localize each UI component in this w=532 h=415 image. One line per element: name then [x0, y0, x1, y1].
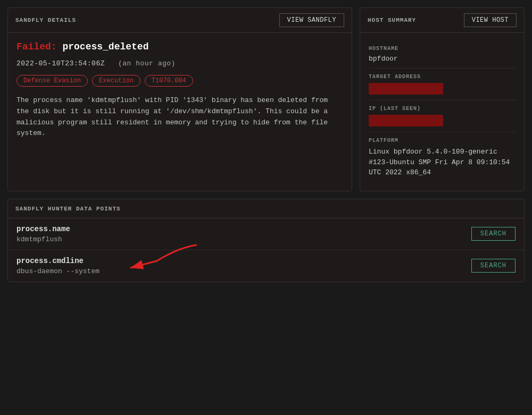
hostname-value: bpfdoor — [369, 55, 516, 63]
top-section: SANDFLY DETAILS VIEW SANDFLY Failed: pro… — [0, 0, 532, 199]
platform-field: PLATFORM Linux bpfdoor 5.4.0-109-generic… — [369, 132, 516, 183]
tag-defense-evasion: Defense Evasion — [16, 75, 88, 87]
data-point-value-process-name: kdmtmpflush — [16, 235, 70, 243]
hostname-field: HOSTNAME bpfdoor — [369, 40, 516, 69]
main-container: SANDFLY DETAILS VIEW SANDFLY Failed: pro… — [0, 0, 532, 290]
search-button-process-cmdline[interactable]: SEARCH — [471, 259, 516, 273]
bottom-section: SANDFLY HUNTER DATA POINTS process.name … — [0, 199, 532, 290]
tags-row: Defense Evasion Execution T1070.004 — [16, 75, 343, 87]
target-address-redacted — [369, 83, 443, 95]
data-points-header: SANDFLY HUNTER DATA POINTS — [8, 199, 524, 218]
timestamp: 2022-05-10T23:54:06Z (an hour ago) — [16, 60, 343, 67]
timestamp-ago: (an hour ago) — [118, 60, 176, 67]
failed-label: Failed: — [16, 41, 57, 52]
target-address-field: TARGET ADDRESS — [369, 69, 516, 100]
data-point-info-process-name: process.name kdmtmpflush — [16, 225, 70, 243]
sandfly-details-body: Failed: process_deleted 2022-05-10T23:54… — [8, 33, 352, 191]
view-sandfly-button[interactable]: VIEW SANDFLY — [279, 13, 344, 27]
data-point-info-process-cmdline: process.cmdline dbus-daemon --system — [16, 257, 99, 275]
ip-last-seen-redacted — [369, 115, 443, 126]
data-points-panel: SANDFLY HUNTER DATA POINTS process.name … — [7, 199, 525, 282]
data-point-row-process-name: process.name kdmtmpflush SEARCH — [8, 218, 524, 250]
sandfly-details-header: SANDFLY DETAILS VIEW SANDFLY — [8, 8, 352, 33]
host-summary-panel: HOST SUMMARY VIEW HOST HOSTNAME bpfdoor … — [360, 7, 525, 191]
ip-last-seen-field: IP (LAST SEEN) — [369, 100, 516, 132]
data-point-value-process-cmdline: dbus-daemon --system — [16, 267, 99, 275]
sandfly-details-panel: SANDFLY DETAILS VIEW SANDFLY Failed: pro… — [7, 7, 352, 191]
tag-t1070: T1070.004 — [145, 75, 193, 87]
platform-label: PLATFORM — [369, 138, 516, 143]
timestamp-value: 2022-05-10T23:54:06Z — [16, 60, 105, 67]
data-points-title: SANDFLY HUNTER DATA POINTS — [15, 206, 121, 212]
host-summary-header: HOST SUMMARY VIEW HOST — [360, 8, 524, 33]
host-summary-title: HOST SUMMARY — [368, 17, 416, 23]
failed-title: Failed: process_deleted — [16, 41, 343, 52]
sandfly-details-title: SANDFLY DETAILS — [15, 17, 76, 23]
search-button-process-name[interactable]: SEARCH — [471, 227, 516, 241]
sandfly-name: process_deleted — [62, 41, 148, 52]
host-panel-body: HOSTNAME bpfdoor TARGET ADDRESS IP (LAST… — [360, 33, 524, 191]
data-point-row-process-cmdline: process.cmdline dbus-daemon --system SEA… — [8, 250, 524, 282]
data-point-key-process-name: process.name — [16, 225, 70, 233]
description-text: The process name 'kdmtmpflush' with PID … — [16, 95, 343, 139]
platform-value: Linux bpfdoor 5.4.0-109-generic #123-Ubu… — [369, 147, 516, 178]
tag-execution: Execution — [92, 75, 140, 87]
target-address-label: TARGET ADDRESS — [369, 74, 516, 80]
view-host-button[interactable]: VIEW HOST — [464, 13, 517, 27]
hostname-label: HOSTNAME — [369, 46, 516, 52]
data-point-key-process-cmdline: process.cmdline — [16, 257, 99, 265]
ip-last-seen-label: IP (LAST SEEN) — [369, 106, 516, 112]
